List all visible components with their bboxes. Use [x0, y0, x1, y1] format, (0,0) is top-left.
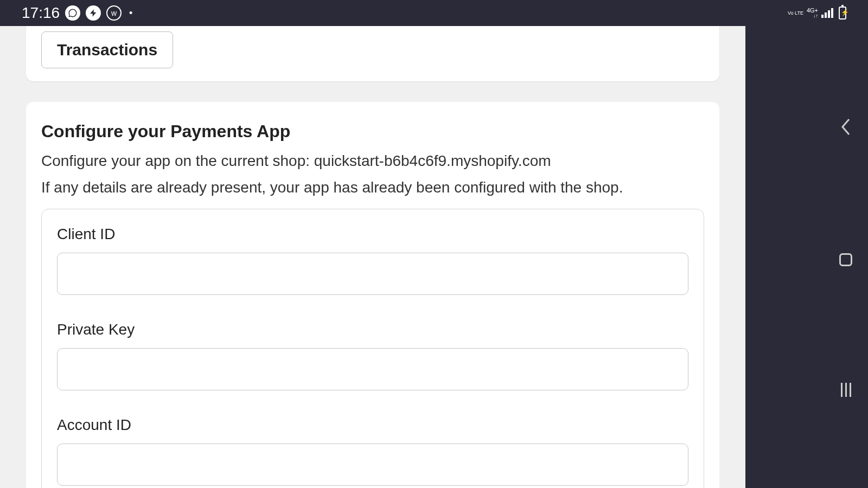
account-id-label: Account ID: [57, 416, 688, 434]
signal-icon: [821, 8, 833, 18]
client-id-input[interactable]: [57, 253, 688, 295]
tabs-card: Transactions: [26, 26, 719, 81]
client-id-label: Client ID: [57, 226, 688, 243]
status-time: 17:16: [22, 4, 60, 22]
network-lte-label: Vo LTE: [788, 10, 803, 16]
w-icon: w: [106, 5, 122, 21]
config-description-2: If any details are already present, your…: [41, 177, 704, 198]
android-nav-bar: [824, 26, 868, 488]
bolt-icon: [86, 5, 101, 21]
tab-transactions[interactable]: Transactions: [41, 31, 173, 68]
status-bar: 17:16 w • Vo LTE 4G+ ↓↑ ⚡: [0, 0, 868, 26]
account-id-input[interactable]: [57, 444, 688, 486]
battery-icon: ⚡: [839, 7, 846, 20]
home-button[interactable]: [839, 253, 852, 266]
network-4g-label: 4G+ ↓↑: [807, 8, 818, 18]
config-description-1: Configure your app on the current shop: …: [41, 150, 704, 171]
config-card: Configure your Payments App Configure yo…: [26, 102, 719, 488]
config-title: Configure your Payments App: [41, 121, 704, 142]
form-container: Client ID Private Key Account ID: [41, 209, 704, 488]
private-key-label: Private Key: [57, 321, 688, 338]
status-right: Vo LTE 4G+ ↓↑ ⚡: [788, 7, 846, 20]
whatsapp-icon: [65, 5, 80, 21]
private-key-input[interactable]: [57, 348, 688, 390]
status-left: 17:16 w •: [22, 4, 132, 22]
back-button[interactable]: [840, 117, 851, 137]
account-id-group: Account ID: [57, 416, 688, 486]
client-id-group: Client ID: [57, 226, 688, 295]
recents-button[interactable]: [841, 383, 851, 397]
content-area: Transactions Configure your Payments App…: [0, 26, 745, 488]
private-key-group: Private Key: [57, 321, 688, 390]
dot-icon: •: [129, 8, 132, 19]
